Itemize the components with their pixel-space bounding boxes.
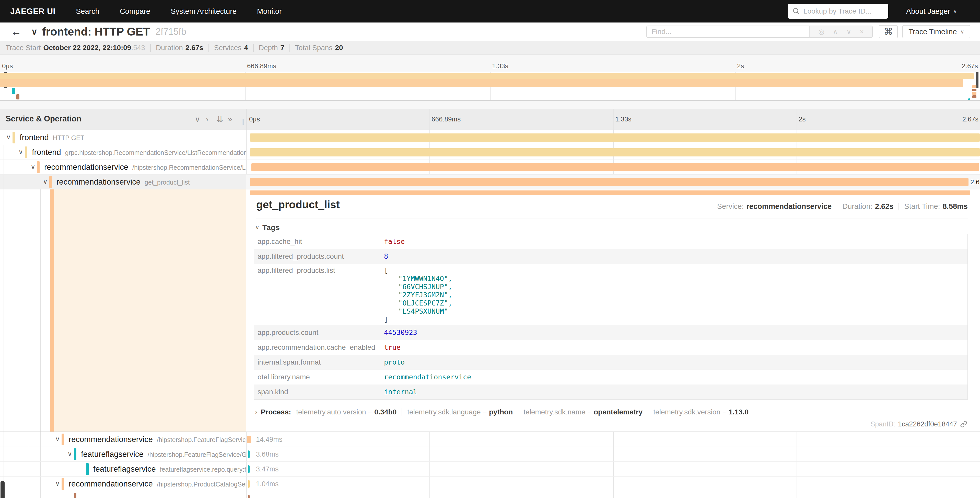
detail-gutter [0, 190, 246, 431]
minimap-tick-label: 2.67s [962, 62, 978, 70]
span-name-cell[interactable]: ∨recommendationservice/hipstershop.Recom… [0, 160, 246, 174]
operation-name: get_product_list [145, 179, 190, 186]
clear-search-icon[interactable]: × [860, 28, 864, 36]
tag-value: recommendationservice [384, 373, 471, 385]
service-colorbar [62, 434, 64, 445]
start-time-value: 8.58ms [943, 202, 968, 211]
nav-item-search[interactable]: Search [76, 7, 99, 16]
scrollbar-thumb[interactable] [0, 480, 5, 498]
minimap-tick-label: 2s [737, 62, 744, 70]
indent-guide [3, 462, 4, 476]
chevron-down-icon[interactable]: ∨ [67, 450, 72, 458]
span-row[interactable]: ∨frontendHTTP GET [0, 130, 980, 145]
span-bar[interactable] [250, 178, 969, 186]
span-row[interactable] [0, 492, 980, 498]
span-name-cell[interactable]: ∨frontendHTTP GET [0, 130, 246, 145]
span-name-cell[interactable]: ∨recommendationserviceget_product_list [0, 175, 246, 189]
process-tag: telemetry.auto.version=0.34b0 [296, 408, 396, 416]
tag-value-text: 44530923 [384, 329, 417, 337]
span-bar[interactable] [250, 148, 980, 156]
collapse-trace-chevron-icon[interactable]: ∨ [31, 27, 38, 37]
tag-key: app.filtered_products.count [258, 252, 384, 264]
tag-key: app.products.count [258, 329, 384, 340]
span-name-cell[interactable]: ∨recommendationservice/hipstershop.Featu… [0, 432, 246, 447]
chevron-down-icon: ∨ [960, 29, 964, 35]
chevron-down-icon[interactable]: ∨ [43, 178, 48, 185]
minimap-tick-label: 1.33s [492, 62, 508, 70]
keyboard-shortcuts-button[interactable]: ⌘ [879, 25, 898, 38]
collapse-all-icon[interactable]: ⇊ [216, 115, 223, 124]
trace-title: frontend: HTTP GET [42, 25, 150, 38]
tag-value: internal [384, 388, 417, 399]
equals-sign: = [483, 408, 487, 416]
indent-guide [28, 477, 29, 491]
timeline-minimap: 0μs666.89ms1.33s2s2.67s [0, 55, 980, 109]
span-bar[interactable] [248, 465, 250, 473]
process-section-toggle[interactable]: › Process: telemetry.auto.version=0.34b0… [255, 408, 749, 416]
span-row[interactable]: ∨recommendationservice/hipstershop.Featu… [0, 432, 980, 447]
span-bar[interactable] [250, 134, 980, 142]
span-row[interactable]: ∨recommendationservice/hipstershop.Recom… [0, 160, 980, 175]
service-name-text: recommendationservice [56, 177, 140, 186]
span-row[interactable]: ∨featureflagservice/hipstershop.FeatureF… [0, 447, 980, 462]
nav-item-compare[interactable]: Compare [120, 7, 150, 16]
span-name-cell[interactable]: featureflagservicefeatureflagservice.rep… [0, 462, 246, 476]
span-bar[interactable] [247, 436, 251, 443]
view-selector-button[interactable]: Trace Timeline ∨ [902, 25, 970, 38]
focus-target-icon[interactable]: ◎ [818, 28, 824, 36]
nav-item-monitor[interactable]: Monitor [257, 7, 282, 16]
span-name-cell[interactable]: ∨recommendationservice/hipstershop.Produ… [0, 477, 246, 491]
tag-value-text: internal [384, 388, 417, 396]
summary-item-label: Duration [156, 44, 183, 52]
prev-result-icon[interactable]: ∧ [833, 28, 838, 36]
column-resize-grip[interactable]: || [241, 117, 244, 125]
service-name: featureflagservicefeatureflagservice.rep… [93, 464, 246, 474]
tags-section-toggle[interactable]: ∨ Tags [255, 223, 280, 232]
tag-value: 8 [384, 252, 388, 264]
span-row[interactable]: ∨frontendgrpc.hipstershop.Recommendation… [0, 145, 980, 160]
chevron-down-icon[interactable]: ∨ [55, 480, 60, 487]
span-rows-bottom: ∨recommendationservice/hipstershop.Featu… [0, 432, 980, 498]
expand-one-icon[interactable]: › [206, 115, 208, 123]
deep-link-icon[interactable] [959, 420, 968, 428]
next-result-icon[interactable]: ∨ [846, 28, 851, 36]
span-row[interactable]: featureflagservicefeatureflagservice.rep… [0, 462, 980, 477]
span-bar[interactable] [251, 163, 979, 171]
span-name-cell[interactable]: ∨featureflagservice/hipstershop.FeatureF… [0, 447, 246, 461]
chevron-down-icon[interactable]: ∨ [31, 163, 35, 171]
list-open-bracket: [ [384, 267, 452, 275]
tag-key: app.recommendation.cache_enabled [258, 343, 384, 355]
chevron-down-icon[interactable]: ∨ [6, 134, 11, 141]
trace-lookup-input[interactable]: Lookup by Trace ID... [788, 4, 888, 19]
service-colorbar [86, 463, 89, 475]
list-close-bracket: ] [384, 316, 452, 324]
span-id-row: SpanID: 1ca2262df0e18447 [870, 420, 968, 428]
span-id-value: 1ca2262df0e18447 [898, 420, 957, 428]
span-row[interactable]: ∨recommendationserviceget_product_list2.… [0, 175, 980, 190]
span-bar[interactable] [248, 450, 250, 458]
list-item: "LS4PSXUNUM" [384, 307, 452, 316]
span-row[interactable]: ∨recommendationservice/hipstershop.Produ… [0, 477, 980, 492]
jaeger-logo[interactable]: JAEGER UI [10, 6, 56, 16]
expand-all-icon[interactable]: » [228, 115, 232, 123]
back-icon[interactable]: ← [11, 26, 21, 37]
nav-item-system-architecture[interactable]: System Architecture [171, 7, 237, 16]
span-name-cell[interactable] [0, 492, 246, 498]
span-name-cell[interactable]: ∨frontendgrpc.hipstershop.Recommendation… [0, 145, 246, 160]
column-divider[interactable] [246, 109, 247, 129]
minimap-span-mark [972, 89, 977, 91]
minimap-canvas[interactable] [0, 72, 980, 101]
tag-row: app.filtered_products.list["1YMWWN1N4O",… [254, 264, 967, 325]
span-bar[interactable] [248, 480, 250, 488]
service-colorbar [49, 176, 52, 188]
find-input[interactable]: Find... [647, 26, 809, 37]
tags-table: app.cache_hitfalseapp.filtered_products.… [254, 234, 968, 399]
span-bar[interactable] [248, 495, 250, 498]
chevron-down-icon[interactable]: ∨ [55, 435, 60, 443]
about-jaeger-menu[interactable]: About Jaeger ∨ [906, 7, 957, 16]
summary-item-label: Trace Start [6, 44, 41, 52]
chevron-down-icon[interactable]: ∨ [18, 148, 23, 156]
service-name: recommendationservice/hipstershop.Featur… [69, 435, 246, 444]
collapse-one-icon[interactable]: ∨ [195, 115, 200, 124]
chevron-down-icon: ∨ [953, 8, 957, 14]
